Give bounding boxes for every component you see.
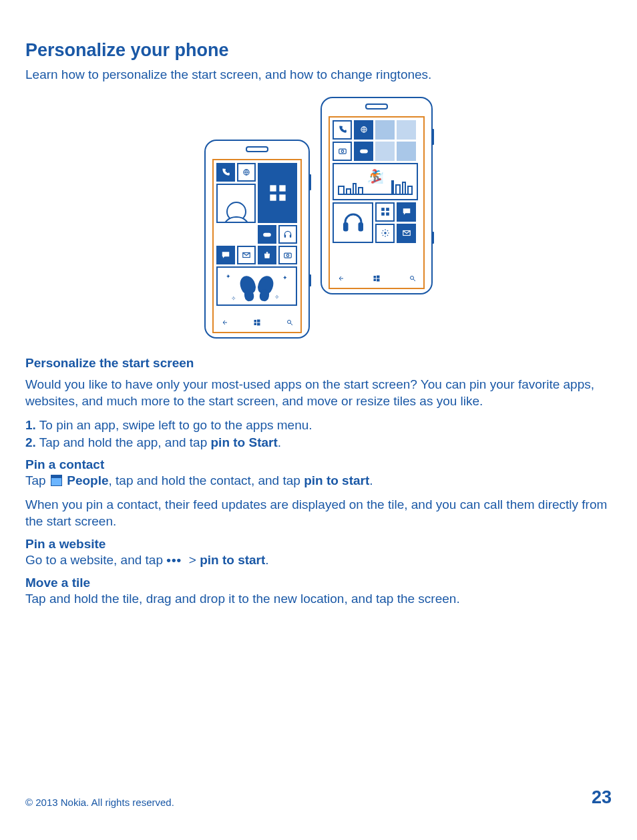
svg-rect-5 bbox=[263, 232, 271, 236]
search-icon bbox=[409, 274, 417, 282]
windows-icon bbox=[373, 274, 381, 282]
svg-rect-26 bbox=[381, 212, 385, 216]
svg-point-28 bbox=[384, 232, 387, 234]
pin-contact-title: Pin a contact bbox=[25, 457, 612, 472]
svg-rect-4 bbox=[279, 194, 285, 200]
pin-contact-line: Tap People, tap and hold the contact, an… bbox=[25, 472, 612, 489]
svg-rect-22 bbox=[343, 222, 349, 232]
svg-rect-6 bbox=[284, 234, 286, 237]
more-dots-icon: ••• bbox=[166, 553, 182, 567]
windows-icon bbox=[253, 319, 261, 327]
svg-rect-15 bbox=[257, 323, 260, 325]
svg-rect-14 bbox=[254, 323, 257, 325]
phone-illustration-left: ✦ ✦ ✧ ✧ bbox=[204, 140, 310, 339]
tile-ie-icon bbox=[354, 120, 373, 140]
svg-line-17 bbox=[290, 323, 292, 325]
back-icon bbox=[220, 319, 228, 327]
tile-camera-icon bbox=[278, 246, 297, 264]
tile-ie-icon bbox=[237, 163, 256, 182]
pin-website-title: Pin a website bbox=[25, 537, 612, 552]
section-personalize-title: Personalize the start screen bbox=[25, 356, 612, 371]
search-icon bbox=[286, 319, 294, 327]
svg-rect-27 bbox=[386, 212, 389, 216]
tile-phone-icon bbox=[333, 120, 352, 140]
step-2: 2. Tap and hold the app, and tap pin to … bbox=[25, 434, 612, 451]
illustration: ✦ ✦ ✧ ✧ bbox=[25, 97, 612, 339]
svg-rect-34 bbox=[377, 278, 380, 281]
tile-chat-icon bbox=[397, 202, 416, 222]
pin-website-line: Go to a website, and tap ••• > pin to st… bbox=[25, 552, 612, 569]
svg-rect-3 bbox=[270, 194, 276, 200]
svg-point-16 bbox=[288, 320, 291, 323]
svg-rect-21 bbox=[360, 150, 368, 154]
tile-apps-small-icon bbox=[375, 202, 395, 222]
tile-headphones-icon bbox=[278, 225, 297, 244]
page-footer: © 2013 Nokia. All rights reserved. 23 bbox=[25, 787, 612, 808]
svg-rect-9 bbox=[284, 253, 292, 258]
svg-rect-2 bbox=[279, 185, 285, 191]
tile-mail-icon bbox=[397, 224, 416, 243]
tile-game-icon bbox=[258, 225, 276, 244]
tile-game-icon bbox=[354, 142, 373, 161]
phone-illustration-right: 🏂 bbox=[321, 97, 433, 294]
page-title: Personalize your phone bbox=[25, 40, 612, 61]
tile-skater: 🏂 bbox=[333, 163, 418, 200]
svg-rect-13 bbox=[257, 319, 260, 322]
pin-contact-followup: When you pin a contact, their feed updat… bbox=[25, 496, 612, 530]
tile-camera-icon bbox=[333, 142, 352, 161]
svg-rect-32 bbox=[377, 275, 380, 278]
tile-apps-icon bbox=[258, 163, 297, 223]
svg-rect-19 bbox=[339, 149, 346, 154]
tile-headphones-large bbox=[333, 202, 373, 243]
svg-rect-33 bbox=[374, 278, 377, 281]
svg-point-35 bbox=[411, 276, 414, 279]
svg-rect-24 bbox=[381, 208, 385, 211]
tile-mail-icon bbox=[237, 246, 256, 264]
people-icon bbox=[51, 475, 62, 486]
tile-profile-icon bbox=[216, 184, 256, 223]
tile-store-icon bbox=[258, 246, 276, 264]
svg-point-20 bbox=[341, 150, 344, 153]
svg-rect-7 bbox=[290, 234, 291, 237]
svg-rect-12 bbox=[254, 320, 257, 323]
svg-rect-25 bbox=[386, 208, 389, 211]
section-personalize-body: Would you like to have only your most-us… bbox=[25, 376, 612, 410]
move-tile-title: Move a tile bbox=[25, 576, 612, 590]
tile-chat-icon bbox=[216, 246, 235, 264]
step-1: 1. To pin an app, swipe left to go to th… bbox=[25, 417, 612, 434]
copyright-text: © 2013 Nokia. All rights reserved. bbox=[25, 797, 174, 808]
tile-butterfly: ✦ ✦ ✧ ✧ bbox=[216, 266, 297, 306]
intro-text: Learn how to personalize the start scree… bbox=[25, 66, 612, 83]
tile-phone-icon bbox=[216, 163, 235, 182]
tile-settings-icon bbox=[375, 224, 395, 243]
svg-rect-23 bbox=[358, 222, 363, 232]
svg-point-10 bbox=[286, 254, 289, 256]
page-number: 23 bbox=[592, 787, 612, 808]
back-icon bbox=[337, 274, 345, 282]
svg-line-36 bbox=[413, 279, 415, 281]
move-tile-body: Tap and hold the tile, drag and drop it … bbox=[25, 590, 612, 608]
svg-rect-1 bbox=[270, 185, 276, 191]
svg-rect-31 bbox=[374, 276, 377, 278]
